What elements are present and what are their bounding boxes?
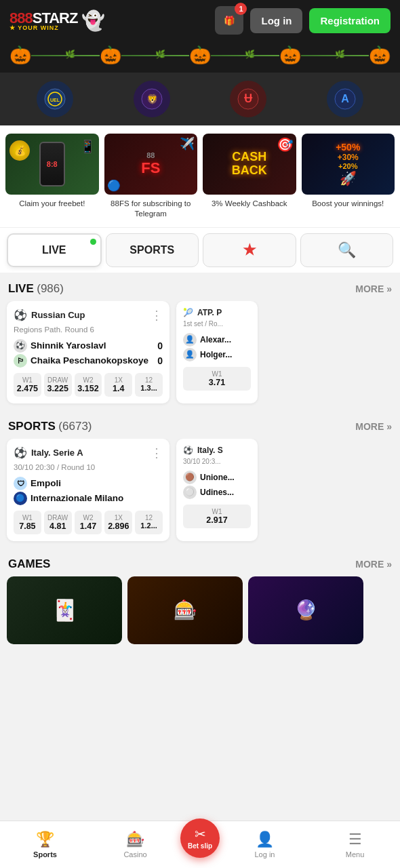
team-badge-1b: 🏳: [14, 354, 27, 368]
menu-icon: ☰: [348, 831, 362, 848]
league-red[interactable]: Ʉ: [230, 81, 266, 117]
tab-sports[interactable]: SPORTS: [106, 233, 199, 267]
games-scroll: 🃏 🎰 🔮: [0, 576, 400, 644]
league-blue[interactable]: A: [327, 81, 363, 117]
team-badge-4a: 🟤: [183, 471, 197, 484]
nav-menu[interactable]: ☰ Menu: [310, 831, 400, 859]
svg-text:UEL: UEL: [50, 98, 60, 102]
sports-section-header: SPORTS (6673) MORE »: [0, 410, 400, 439]
live-odds-2: W1 3.71: [183, 367, 251, 391]
login-button[interactable]: Log in: [250, 8, 302, 33]
nav-login[interactable]: 👤 Log in: [220, 831, 310, 859]
match-more-1[interactable]: ⋮: [151, 308, 163, 323]
nav-sports-label: Sports: [33, 850, 57, 859]
ghost-icon: 👻: [81, 9, 105, 32]
odd-w2-s1[interactable]: W2 1.47: [75, 511, 102, 534]
live-more-button[interactable]: MORE »: [355, 283, 392, 294]
promo-freebet-label: Claim your freebet!: [19, 199, 85, 209]
nav-login-label: Log in: [255, 850, 275, 859]
team-badge-2b: 👤: [183, 348, 197, 361]
vine-line-3: [211, 55, 279, 56]
games-section: GAMES MORE » 🃏 🎰 🔮: [0, 548, 400, 651]
nav-casino[interactable]: 🎰 Casino: [90, 831, 180, 859]
coin-icon: 💰: [9, 140, 30, 161]
live-round-2: 1st set / Ro...: [183, 320, 251, 328]
soccer-icon-3: ⚽: [183, 446, 193, 455]
sports-match-2[interactable]: ⚽ Italy. S 30/10 20:3... 🟤 Unione... ⚪ U…: [176, 439, 258, 541]
live-count: (986): [37, 282, 64, 295]
team-4a: Unione...: [200, 473, 235, 482]
vine-line-2: [121, 55, 190, 56]
promo-freebet[interactable]: 💰 8:8 📱 Claim your freebet!: [5, 134, 99, 219]
tab-sports-label: SPORTS: [129, 244, 174, 256]
live-odds-1: W1 2.475 DRAW 3.225 W2 3.152 1X 1.4 12 1…: [14, 373, 163, 397]
game-card-2[interactable]: 🎰: [127, 576, 243, 644]
nav-betslip-label: Bet slip: [188, 842, 212, 850]
live-section-title: LIVE: [8, 282, 34, 295]
live-cards-scroll: ⚽ Russian Cup ⋮ Regions Path. Round 6 ⚽ …: [0, 301, 400, 410]
odd-w1-1[interactable]: W1 2.475: [14, 373, 41, 397]
odd-draw-s1[interactable]: DRAW 4.81: [44, 511, 72, 534]
logo: 888STARZ ★ YOUR WINZ: [9, 9, 77, 31]
pumpkin-4: 🎃: [279, 45, 301, 66]
pumpkin-5: 🎃: [369, 45, 391, 66]
odd-12-s1[interactable]: 12 1.2...: [135, 511, 163, 534]
sports-more-button[interactable]: MORE »: [355, 421, 392, 432]
user-icon: 👤: [256, 831, 274, 848]
tab-live[interactable]: LIVE: [7, 233, 102, 267]
pumpkin-1: 🎃: [9, 45, 31, 66]
odd-1x-1[interactable]: 1X 1.4: [104, 373, 132, 397]
promo-cashback[interactable]: CASHBACK 🎯 3% Weekly Cashback: [203, 134, 296, 219]
games-title: GAMES: [8, 557, 50, 571]
odd-w1-s1[interactable]: W1 7.85: [14, 511, 41, 534]
live-match-1[interactable]: ⚽ Russian Cup ⋮ Regions Path. Round 6 ⚽ …: [7, 301, 169, 403]
live-league-1: Russian Cup: [31, 310, 85, 320]
tab-favorites[interactable]: ★: [203, 233, 296, 267]
nav-sports[interactable]: 🏆 Sports: [0, 831, 90, 859]
sports-match-more-1[interactable]: ⋮: [151, 446, 163, 460]
league-pl[interactable]: 🦁: [134, 81, 170, 117]
betslip-icon: ✂: [195, 826, 206, 842]
odd-12-1[interactable]: 12 1.3...: [135, 373, 163, 397]
sports-cards-scroll: ⚽ Italy. Serie A ⋮ 30/10 20:30 / Round 1…: [0, 439, 400, 548]
team-4b: Udines...: [200, 488, 234, 497]
casino-icon: 🎰: [126, 831, 144, 848]
nav-menu-label: Menu: [346, 850, 365, 859]
pl-icon: 🦁: [140, 87, 163, 111]
tab-search[interactable]: 🔍: [300, 233, 394, 267]
promo-boost[interactable]: +50% +30% +20% 🚀 Boost your winnings!: [302, 134, 395, 219]
live-match-2[interactable]: 🎾 ATP. P 1st set / Ro... 👤 Alexar... 👤 H…: [176, 301, 258, 403]
team-badge-3b: 🔵: [14, 492, 27, 505]
live-section-header: LIVE (986) MORE »: [0, 273, 400, 301]
games-more-button[interactable]: MORE »: [355, 559, 392, 570]
odd-w1-2[interactable]: W1 3.71: [183, 367, 251, 391]
sports-match-1[interactable]: ⚽ Italy. Serie A ⋮ 30/10 20:30 / Round 1…: [7, 439, 169, 541]
vine-line-4: [301, 55, 369, 56]
league-uel[interactable]: UEL: [37, 81, 73, 117]
nav-betslip[interactable]: ✂ Bet slip: [180, 818, 220, 858]
odd-w2-1[interactable]: W2 3.152: [75, 373, 102, 397]
vine-line-1: [31, 55, 100, 56]
register-button[interactable]: Registration: [309, 8, 391, 33]
live-league-2: ATP. P: [197, 308, 222, 317]
sports-league-1: Italy. Serie A: [31, 448, 83, 458]
team-3b: Internazionale Milano: [31, 493, 123, 503]
nav-casino-label: Casino: [123, 850, 146, 859]
svg-text:🦁: 🦁: [146, 94, 158, 105]
soccer-icon-1: ⚽: [14, 309, 27, 321]
header-actions: 🎁 1 Log in Registration: [215, 6, 391, 35]
odd-w1-s2[interactable]: W1 2.917: [183, 505, 251, 528]
game-card-1[interactable]: 🃏: [7, 576, 122, 644]
promo-fs[interactable]: 88 FS ✈️ 🔵 88FS for subscribing to Teleg…: [104, 134, 198, 219]
favorites-icon: ★: [243, 241, 256, 259]
team-3a: Empoli: [31, 478, 61, 488]
team-2b: Holger...: [200, 350, 232, 359]
odd-1x-s1[interactable]: 1X 2.896: [104, 511, 132, 534]
promo-boost-label: Boost your winnings!: [312, 199, 384, 209]
live-round-1: Regions Path. Round 6: [14, 326, 163, 334]
odd-draw-1[interactable]: DRAW 3.225: [44, 373, 72, 397]
promo-cashback-label: 3% Weekly Cashback: [212, 199, 287, 209]
sports-count: (6673): [58, 420, 92, 433]
game-card-3[interactable]: 🔮: [248, 576, 363, 644]
gift-button[interactable]: 🎁 1: [215, 6, 243, 35]
